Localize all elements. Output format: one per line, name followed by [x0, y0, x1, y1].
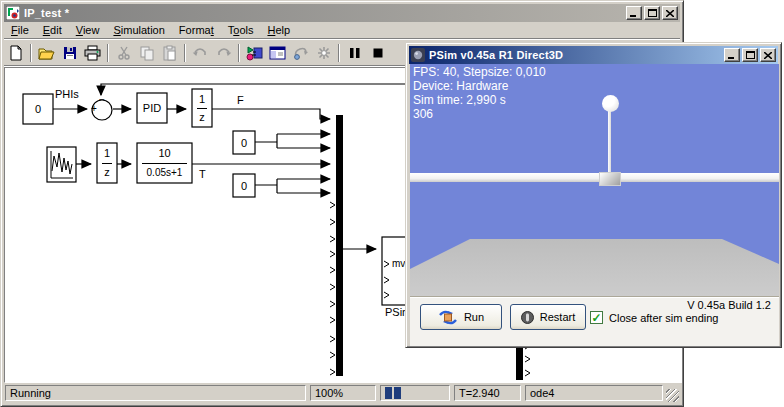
model-window-title: IP_test * [24, 7, 626, 19]
cart-rail [410, 173, 779, 182]
mux-block[interactable] [336, 115, 343, 376]
library-browser-icon[interactable] [243, 42, 266, 64]
psim-titlebar[interactable]: PSim v0.45a R1 Direct3D [409, 46, 778, 64]
restart-icon [521, 311, 534, 324]
simulation-update-icon[interactable] [312, 42, 335, 64]
debug-icon[interactable] [289, 42, 312, 64]
hud-frame-count: 306 [413, 107, 546, 121]
paste-icon[interactable] [158, 42, 181, 64]
run-icon [438, 310, 458, 325]
menu-file[interactable]: File [4, 22, 36, 38]
menu-view[interactable]: View [69, 22, 107, 38]
restart-button[interactable]: Restart [510, 304, 586, 330]
constant3-value: 0 [233, 174, 255, 197]
run-button[interactable]: Run [420, 304, 502, 330]
constant1-value: 0 [23, 94, 53, 124]
sum-minus-sign: − [99, 94, 105, 105]
delay2-denominator: z [97, 165, 117, 179]
menu-format[interactable]: Format [172, 22, 221, 38]
stop-icon[interactable] [366, 42, 389, 64]
toolbar-separator [30, 44, 32, 62]
progress-segment [385, 387, 392, 399]
delay1-denominator: z [192, 110, 212, 124]
close-after-sim-checkbox[interactable]: ✓ [590, 311, 603, 324]
tf-numerator: 10 [137, 146, 192, 160]
hud-overlay: FPS: 40, Stepsize: 0,010 Device: Hardwar… [413, 65, 546, 121]
status-progress [380, 385, 450, 401]
delay2-numerator: 1 [97, 146, 117, 160]
model-app-icon [6, 6, 20, 20]
open-icon[interactable] [35, 42, 58, 64]
copy-icon[interactable] [135, 42, 158, 64]
pendulum-bob [602, 95, 619, 112]
psim-minimize-button[interactable] [724, 48, 740, 62]
maximize-button[interactable] [644, 6, 660, 20]
menu-help[interactable]: Help [260, 22, 297, 38]
tf-denominator: 0.05s+1 [137, 165, 192, 179]
hud-fps: FPS: 40, Stepsize: 0,010 [413, 65, 546, 79]
psim-window: PSim v0.45a R1 Direct3D FPS: 40, Stepsiz… [405, 42, 782, 348]
undo-icon[interactable] [189, 42, 212, 64]
delay1-numerator: 1 [192, 92, 212, 106]
save-icon[interactable] [58, 42, 81, 64]
signal-label-t: T [199, 168, 206, 180]
minimize-button[interactable] [626, 6, 642, 20]
psim-control-panel: V 0.45a Build 1.2 Run Restart [410, 296, 779, 346]
new-file-icon[interactable] [4, 42, 27, 64]
model-window-titlebar[interactable]: IP_test * [4, 4, 680, 22]
menu-simulation[interactable]: Simulation [106, 22, 171, 38]
sum-plus-sign: + [91, 103, 97, 114]
psim-port-label: mv [392, 258, 405, 269]
pendulum-rod [608, 111, 611, 175]
toolbar-separator [184, 44, 186, 62]
hud-device: Device: Hardware [413, 79, 546, 93]
statusbar: Running 100% T=2.940 ode4 [4, 383, 680, 403]
status-state: Running [5, 385, 306, 401]
menu-tools[interactable]: Tools [221, 22, 261, 38]
close-after-sim-label: Close after sim ending [609, 312, 718, 324]
constant2-value: 0 [233, 131, 255, 154]
mux-unconnected-ports [330, 202, 335, 375]
menubar: File Edit View Simulation Format Tools H… [4, 22, 680, 39]
signal-label-f: F [237, 94, 244, 106]
cut-icon[interactable] [112, 42, 135, 64]
psim-window-title: PSim v0.45a R1 Direct3D [429, 49, 724, 61]
toolbar-separator [107, 44, 109, 62]
redo-icon[interactable] [212, 42, 235, 64]
psim-close-button[interactable] [760, 48, 776, 62]
print-icon[interactable] [81, 42, 104, 64]
pid-label: PID [137, 93, 167, 123]
close-button[interactable] [662, 6, 678, 20]
model-browser-icon[interactable] [266, 42, 289, 64]
hud-sim-time: Sim time: 2,990 s [413, 93, 546, 107]
cart [599, 172, 621, 186]
progress-segment [394, 387, 401, 399]
psim-app-icon [411, 48, 425, 62]
resize-grip[interactable] [666, 389, 679, 402]
desktop: IP_test * File Edit View Simulation Form… [0, 0, 784, 407]
status-sim-time: T=2.940 [454, 385, 521, 401]
status-zoom: 100% [310, 385, 376, 401]
psim-3d-viewport[interactable]: FPS: 40, Stepsize: 0,010 Device: Hardwar… [410, 64, 779, 296]
restart-button-label: Restart [540, 311, 575, 323]
checkbox-checkmark-icon: ✓ [591, 312, 601, 324]
signal-label-phis: PHIs [55, 88, 79, 100]
toolbar-separator [238, 44, 240, 62]
psim-version: V 0.45a Build 1.2 [687, 299, 771, 311]
pause-icon[interactable] [343, 42, 366, 64]
menu-edit[interactable]: Edit [36, 22, 69, 38]
toolbar-separator [338, 44, 340, 62]
psim-maximize-button[interactable] [742, 48, 758, 62]
status-solver: ode4 [525, 385, 663, 401]
run-button-label: Run [464, 311, 484, 323]
